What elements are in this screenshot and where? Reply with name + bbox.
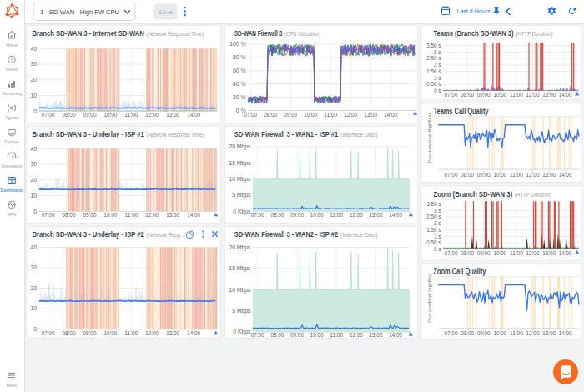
svg-text:80 %: 80 %: [233, 54, 246, 60]
svg-text:Monitoring: Monitoring: [2, 91, 22, 96]
svg-text:07:00: 07:00: [445, 330, 458, 336]
svg-text:07:00: 07:00: [445, 172, 458, 178]
svg-text:12:00: 12:00: [145, 330, 159, 336]
svg-text:15 Mbps: 15 Mbps: [229, 265, 251, 272]
svg-text:10:00: 10:00: [493, 330, 506, 336]
svg-text:11:00: 11:00: [510, 330, 523, 336]
svg-text:13:00: 13:00: [364, 112, 377, 118]
svg-text:09:00: 09:00: [477, 250, 491, 256]
svg-text:12:00: 12:00: [145, 212, 159, 218]
svg-text:Zoom (Branch SD-WAN 3): Zoom (Branch SD-WAN 3): [434, 189, 513, 199]
svg-text:Agents: Agents: [5, 115, 18, 120]
svg-text:09:00: 09:00: [83, 330, 97, 336]
svg-text:07:00: 07:00: [42, 330, 55, 336]
svg-text:07:00: 07:00: [42, 112, 55, 118]
svg-text:12:00: 12:00: [526, 250, 540, 256]
svg-text:2 s: 2 s: [434, 62, 441, 68]
svg-text:Speedtests: Speedtests: [1, 163, 23, 168]
svg-text:07:00: 07:00: [42, 212, 55, 218]
svg-text:(Network Response Time): (Network Response Time): [147, 30, 204, 38]
svg-text:12:00: 12:00: [350, 212, 363, 218]
svg-text:1.50 s: 1.50 s: [426, 227, 441, 233]
svg-text:12:00: 12:00: [344, 112, 357, 118]
svg-text:(Network Response Time): (Network Response Time): [147, 131, 204, 138]
svg-text:12:00: 12:00: [145, 112, 159, 118]
svg-text:13:00: 13:00: [542, 92, 556, 98]
svg-text:Branch SD-WAN 3 - Underlay - I: Branch SD-WAN 3 - Underlay - ISP #1: [33, 129, 145, 138]
svg-text:08:00: 08:00: [461, 172, 474, 178]
svg-text:10:00: 10:00: [104, 330, 118, 336]
svg-text:20 Mbps: 20 Mbps: [229, 244, 251, 251]
svg-text:40: 40: [30, 146, 37, 152]
svg-text:30: 30: [30, 161, 37, 167]
svg-text:09:00: 09:00: [284, 112, 297, 118]
svg-text:1.50 s: 1.50 s: [426, 68, 441, 74]
svg-text:13:00: 13:00: [370, 212, 383, 218]
svg-text:20: 20: [30, 285, 37, 291]
svg-text:11:00: 11:00: [124, 212, 138, 218]
svg-text:40 %: 40 %: [233, 81, 246, 87]
svg-text:10 Mbps: 10 Mbps: [229, 176, 251, 183]
svg-text:60 %: 60 %: [233, 68, 246, 73]
svg-text:09:00: 09:00: [290, 332, 304, 338]
svg-text:08:00: 08:00: [63, 212, 76, 218]
svg-text:09:00: 09:00: [290, 212, 304, 218]
svg-text:40: 40: [30, 46, 37, 52]
svg-text:10:00: 10:00: [104, 212, 118, 218]
svg-text:08:00: 08:00: [270, 332, 284, 338]
svg-text:0 Kbps: 0 Kbps: [233, 329, 251, 335]
svg-text:07:00: 07:00: [251, 332, 264, 338]
svg-text:100 %: 100 %: [229, 41, 245, 47]
svg-text:08:00: 08:00: [264, 112, 277, 118]
svg-text:14:00: 14:00: [187, 212, 200, 218]
svg-text:Dashboards: Dashboards: [1, 188, 23, 193]
svg-text:20: 20: [30, 177, 37, 183]
svg-text:10: 10: [30, 305, 37, 311]
svg-text:12:00: 12:00: [526, 172, 540, 178]
svg-text:0.50 s: 0.50 s: [426, 81, 441, 87]
svg-text:10:00: 10:00: [304, 112, 317, 118]
svg-text:10 Mbps: 10 Mbps: [229, 287, 251, 294]
svg-text:08:00: 08:00: [270, 212, 284, 218]
svg-text:11:00: 11:00: [330, 332, 343, 338]
svg-text:APM: APM: [8, 212, 17, 217]
svg-text:13:00: 13:00: [542, 172, 556, 178]
svg-text:10: 10: [30, 193, 37, 199]
svg-text:09:00: 09:00: [477, 330, 491, 336]
svg-text:(Interface Data): (Interface Data): [340, 131, 378, 138]
svg-text:07:00: 07:00: [244, 112, 257, 118]
svg-text:11:00: 11:00: [330, 212, 343, 218]
svg-text:13:00: 13:00: [542, 250, 556, 256]
svg-text:0: 0: [33, 326, 37, 332]
svg-text:08:00: 08:00: [461, 250, 474, 256]
svg-text:Home: Home: [6, 43, 18, 48]
svg-text:Branch SD-WAN 3 - Internet SD-: Branch SD-WAN 3 - Internet SD-WAN: [33, 28, 144, 38]
svg-text:Save: Save: [158, 8, 174, 16]
svg-text:10:00: 10:00: [493, 172, 506, 178]
svg-text:(Interface Data): (Interface Data): [340, 231, 378, 239]
svg-text:08:00: 08:00: [63, 112, 76, 118]
svg-text:0: 0: [33, 209, 37, 214]
svg-text:Teams (Branch SD-WAN 3): Teams (Branch SD-WAN 3): [434, 28, 514, 38]
svg-text:14:00: 14:00: [389, 332, 402, 338]
svg-text:5 Mbps: 5 Mbps: [232, 192, 251, 199]
svg-text:14:00: 14:00: [384, 112, 397, 118]
svg-text:20: 20: [30, 77, 37, 83]
svg-text:12:00: 12:00: [526, 92, 540, 98]
svg-text:3 s: 3 s: [434, 49, 441, 55]
svg-text:SD-WAN Firewall 3: SD-WAN Firewall 3: [234, 28, 283, 38]
svg-text:30: 30: [30, 61, 37, 67]
svg-text:0: 0: [33, 108, 37, 114]
svg-text:5 Mbps: 5 Mbps: [232, 308, 251, 314]
svg-text:0 s: 0 s: [434, 246, 441, 252]
svg-text:11:00: 11:00: [510, 250, 523, 256]
svg-text:10:00: 10:00: [310, 332, 324, 338]
svg-text:13:00: 13:00: [166, 212, 179, 218]
svg-text:0 Kbps: 0 Kbps: [233, 209, 251, 215]
svg-text:SD-WAN Firewall 3 - WAN2 - ISP: SD-WAN Firewall 3 - WAN2 - ISP #2: [234, 229, 338, 239]
svg-text:14:00: 14:00: [187, 330, 200, 336]
svg-text:14:00: 14:00: [559, 172, 572, 178]
svg-text:(Network Resp...: (Network Resp...: [147, 231, 184, 239]
svg-text:1 s: 1 s: [434, 234, 441, 239]
svg-text:13:00: 13:00: [370, 332, 383, 338]
